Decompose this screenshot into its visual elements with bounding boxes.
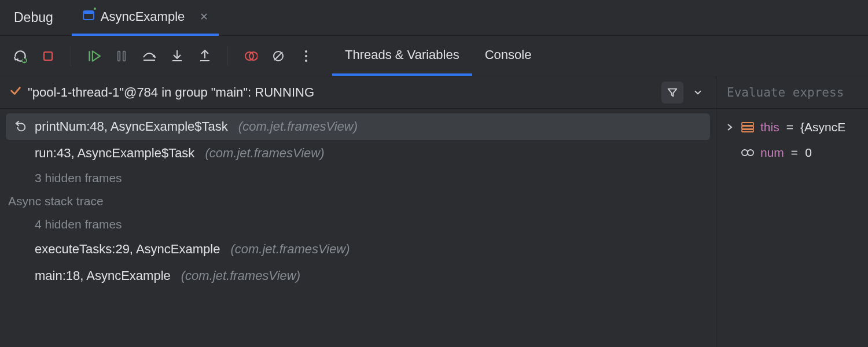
filter-button[interactable] <box>661 82 683 104</box>
tab-threads-variables[interactable]: Threads & Variables <box>332 36 472 76</box>
svg-rect-7 <box>89 51 90 61</box>
frames-list: printNum:48, AsyncExample$Task (com.jet.… <box>0 109 716 347</box>
svg-rect-6 <box>44 52 52 60</box>
expand-arrow-icon[interactable] <box>724 124 735 131</box>
object-icon <box>741 122 755 132</box>
equals-sign: = <box>786 120 793 134</box>
more-button[interactable] <box>297 47 315 65</box>
close-icon[interactable]: ✕ <box>200 10 208 23</box>
frame-package: (com.jet.framesView) <box>230 242 350 257</box>
frame-label: main:18, AsyncExample <box>35 268 171 283</box>
thread-selector[interactable]: "pool-1-thread-1"@784 in group "main": R… <box>0 76 716 109</box>
variable-value: 0 <box>805 146 812 160</box>
frame-row[interactable]: main:18, AsyncExample (com.jet.framesVie… <box>6 263 710 289</box>
check-icon <box>9 84 22 100</box>
variable-row[interactable]: this = {AsyncE <box>720 115 865 140</box>
step-out-button[interactable] <box>196 47 214 65</box>
app-icon <box>82 9 95 24</box>
svg-point-3 <box>24 61 25 63</box>
svg-rect-23 <box>742 126 753 129</box>
drop-frame-icon[interactable] <box>14 121 27 132</box>
svg-line-18 <box>274 52 282 60</box>
frame-row[interactable]: printNum:48, AsyncExample$Task (com.jet.… <box>6 113 710 140</box>
content-row: "pool-1-thread-1"@784 in group "main": R… <box>0 76 868 347</box>
tab-console[interactable]: Console <box>472 36 545 76</box>
debug-title-bar: Debug AsyncExample ✕ <box>0 0 868 36</box>
frames-pane: "pool-1-thread-1"@784 in group "main": R… <box>0 76 716 347</box>
view-breakpoints-button[interactable] <box>242 47 259 65</box>
variables-list: this = {AsyncE num = 0 <box>716 109 868 347</box>
debug-toolbar: Threads & Variables Console <box>0 36 868 76</box>
variable-row[interactable]: num = 0 <box>720 140 865 165</box>
chevron-down-icon[interactable] <box>689 84 707 101</box>
svg-point-4 <box>22 58 23 60</box>
rerun-button[interactable] <box>12 47 29 65</box>
evaluate-placeholder: Evaluate express <box>727 86 844 99</box>
svg-rect-8 <box>118 51 120 61</box>
running-indicator-icon <box>93 6 97 11</box>
separator <box>227 46 228 66</box>
step-into-button[interactable] <box>168 47 186 65</box>
equals-sign: = <box>791 146 798 160</box>
frame-row[interactable]: run:43, AsyncExample$Task (com.jet.frame… <box>6 140 710 167</box>
svg-point-20 <box>305 55 307 57</box>
variable-value: {AsyncE <box>800 120 845 134</box>
svg-point-21 <box>305 60 307 62</box>
variable-name: this <box>760 120 779 134</box>
pause-button[interactable] <box>113 47 130 65</box>
mute-breakpoints-button[interactable] <box>270 47 287 65</box>
svg-rect-24 <box>742 130 753 132</box>
frame-package: (com.jet.framesView) <box>238 119 358 134</box>
frame-label: executeTasks:29, AsyncExample <box>35 242 220 257</box>
step-over-button[interactable] <box>141 47 158 65</box>
run-config-tab[interactable]: AsyncExample ✕ <box>72 0 219 36</box>
svg-point-25 <box>742 150 748 156</box>
svg-rect-1 <box>83 11 94 14</box>
svg-rect-22 <box>742 123 753 125</box>
stop-button[interactable] <box>39 47 57 65</box>
svg-point-19 <box>305 50 307 53</box>
frame-label: printNum:48, AsyncExample$Task <box>35 119 228 134</box>
resume-button[interactable] <box>85 47 102 65</box>
frame-package: (com.jet.framesView) <box>181 268 300 283</box>
variable-name: num <box>760 146 784 160</box>
async-section-label: Async stack trace <box>6 190 710 213</box>
tab-label: AsyncExample <box>101 9 185 24</box>
thread-label: "pool-1-thread-1"@784 in group "main": R… <box>28 85 656 100</box>
svg-point-5 <box>25 58 27 60</box>
panel-title: Debug <box>6 10 61 25</box>
variables-pane: Evaluate express this = {AsyncE <box>716 76 868 347</box>
toolbar-icon-group <box>6 46 321 66</box>
frame-label: run:43, AsyncExample$Task <box>35 146 194 161</box>
frame-package: (com.jet.framesView) <box>205 146 324 161</box>
hidden-frames-toggle[interactable]: 4 hidden frames <box>6 213 710 236</box>
watch-icon <box>741 149 755 157</box>
content-tabs: Threads & Variables Console <box>332 36 544 76</box>
evaluate-expression-input[interactable]: Evaluate express <box>716 76 868 109</box>
separator <box>71 46 71 66</box>
frame-row[interactable]: executeTasks:29, AsyncExample (com.jet.f… <box>6 236 710 263</box>
hidden-frames-toggle[interactable]: 3 hidden frames <box>6 167 710 190</box>
svg-point-26 <box>748 150 753 156</box>
svg-rect-9 <box>123 51 126 61</box>
